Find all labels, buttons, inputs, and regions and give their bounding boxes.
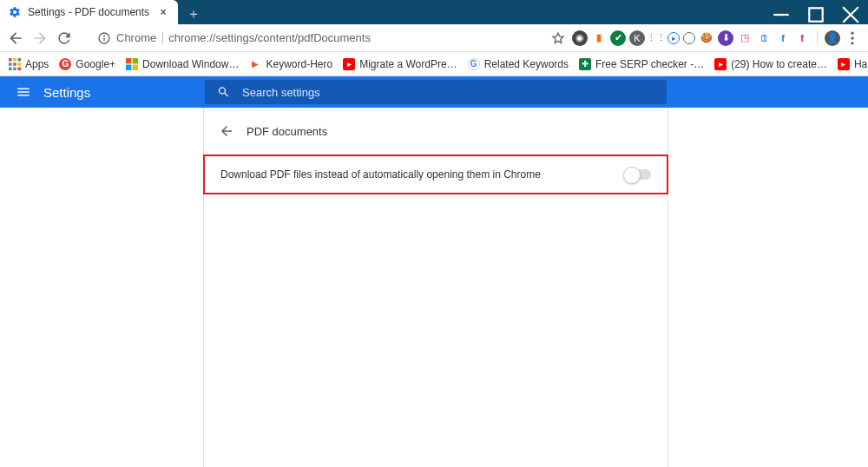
svg-rect-13 xyxy=(9,67,12,70)
omnibox[interactable]: Chrome chrome://settings/content/pdfDocu… xyxy=(97,28,565,49)
svg-rect-12 xyxy=(18,62,22,66)
bookmark-googleplus[interactable]: G Google+ xyxy=(59,58,115,70)
bookmark-label: Apps xyxy=(25,58,49,70)
pdf-download-toggle-row: Download PDF files instead of automatica… xyxy=(203,155,668,194)
settings-header: Settings xyxy=(0,76,868,108)
youtube-icon: ▸ xyxy=(343,58,355,70)
browser-menu-button[interactable] xyxy=(844,30,861,47)
ext-icon-12[interactable]: f xyxy=(775,30,791,46)
google-icon: G xyxy=(468,58,480,70)
svg-rect-17 xyxy=(133,58,138,63)
search-icon xyxy=(217,85,230,99)
settings-search[interactable] xyxy=(205,80,667,104)
svg-rect-14 xyxy=(13,67,16,70)
svg-rect-9 xyxy=(18,58,22,62)
svg-point-2 xyxy=(103,35,105,36)
bookmark-label: (29) How to create… xyxy=(731,58,827,70)
svg-rect-0 xyxy=(809,8,822,21)
pdf-download-toggle-label: Download PDF files instead of automatica… xyxy=(220,168,541,181)
url-text: chrome://settings/content/pdfDocuments xyxy=(168,31,371,44)
bookmark-label: Download Window… xyxy=(142,58,239,70)
section-title: PDF documents xyxy=(247,125,327,138)
ext-icon-6[interactable]: ▸ xyxy=(667,32,680,44)
ext-icon-5[interactable]: ⋮⋮ xyxy=(648,30,664,46)
svg-rect-10 xyxy=(9,62,12,66)
youtube-icon: ▸ xyxy=(714,58,727,70)
keyword-hero-icon: ▶ xyxy=(249,58,261,70)
forward-button[interactable] xyxy=(31,30,49,47)
ext-icon-7[interactable] xyxy=(683,32,695,44)
bookmark-apps[interactable]: Apps xyxy=(9,58,49,70)
apps-icon xyxy=(9,58,21,70)
bookmarks-bar: Apps G Google+ Download Window… ▶ Keywor… xyxy=(0,52,868,76)
section-header: PDF documents xyxy=(203,108,668,155)
section-back-button[interactable] xyxy=(219,123,234,139)
settings-search-input[interactable] xyxy=(242,86,654,99)
bookmark-label: Google+ xyxy=(76,58,115,70)
ms-icon xyxy=(126,58,138,70)
svg-rect-3 xyxy=(103,37,104,41)
reload-button[interactable] xyxy=(56,30,73,47)
maximize-button[interactable] xyxy=(799,5,833,24)
title-bar: Settings - PDF documents × ＋ xyxy=(0,0,868,24)
tab-close-button[interactable]: × xyxy=(157,6,169,18)
bookmark-how-to-create[interactable]: ▸ (29) How to create… xyxy=(714,58,827,70)
window-controls xyxy=(764,5,868,24)
ext-icon-10[interactable]: ◳ xyxy=(737,30,753,46)
settings-title: Settings xyxy=(43,85,90,100)
pdf-download-toggle[interactable] xyxy=(625,169,651,180)
svg-rect-16 xyxy=(126,58,131,63)
serp-icon: ✚ xyxy=(579,58,591,70)
ext-icon-13[interactable]: f xyxy=(794,30,810,46)
browser-tab[interactable]: Settings - PDF documents × xyxy=(0,0,178,24)
svg-rect-15 xyxy=(18,67,22,70)
gear-icon xyxy=(9,6,21,18)
ext-icon-4[interactable]: K xyxy=(629,30,645,46)
menu-button[interactable] xyxy=(16,84,31,100)
google-plus-icon: G xyxy=(59,58,71,70)
tab-title: Settings - PDF documents xyxy=(28,6,150,18)
bookmark-label: Free SERP checker -… xyxy=(595,58,704,70)
bookmark-label: Hang Ups (Want Yo… xyxy=(854,58,868,70)
svg-point-5 xyxy=(851,36,853,39)
ext-icon-9[interactable]: ⬇ xyxy=(718,30,733,46)
bookmark-label: Migrate a WordPre… xyxy=(359,58,457,70)
bookmark-migrate-wp[interactable]: ▸ Migrate a WordPre… xyxy=(343,58,457,70)
ext-icon-3[interactable]: ✔ xyxy=(610,30,626,46)
bookmark-keyword-hero[interactable]: ▶ Keyword-Hero xyxy=(249,58,332,70)
ext-icon-8[interactable]: 🍪 xyxy=(699,30,714,46)
site-chip: Chrome xyxy=(116,31,163,44)
bookmark-related-keywords[interactable]: G Related Keywords xyxy=(468,58,569,70)
bookmark-label: Keyword-Hero xyxy=(266,58,332,70)
back-button[interactable] xyxy=(7,30,24,47)
svg-rect-19 xyxy=(133,64,138,69)
svg-point-4 xyxy=(851,31,853,34)
settings-card: PDF documents Download PDF files instead… xyxy=(203,108,668,194)
bookmark-hang-ups[interactable]: ▸ Hang Ups (Want Yo… xyxy=(838,58,868,70)
bookmark-star-icon[interactable] xyxy=(551,31,565,45)
bookmark-label: Related Keywords xyxy=(484,58,569,70)
youtube-icon: ▸ xyxy=(838,58,850,70)
ext-icon-1[interactable]: ◉ xyxy=(572,30,588,46)
svg-rect-7 xyxy=(9,58,12,62)
svg-rect-8 xyxy=(13,58,16,62)
svg-point-6 xyxy=(851,42,853,44)
extension-icons: ◉ ▮ ✔ K ⋮⋮ ▸ 🍪 ⬇ ◳ 🗓 f f 👤 xyxy=(572,30,861,47)
minimize-button[interactable] xyxy=(764,5,799,24)
close-button[interactable] xyxy=(833,5,868,24)
site-info-icon[interactable] xyxy=(97,31,111,45)
ext-icon-11[interactable]: 🗓 xyxy=(756,30,772,46)
avatar[interactable]: 👤 xyxy=(825,30,840,46)
new-tab-button[interactable]: ＋ xyxy=(183,3,204,24)
settings-canvas: PDF documents Download PDF files instead… xyxy=(0,108,868,467)
browser-toolbar: Chrome chrome://settings/content/pdfDocu… xyxy=(0,24,868,52)
bookmark-download-windows[interactable]: Download Window… xyxy=(126,58,239,70)
svg-rect-18 xyxy=(126,64,131,69)
bookmark-serp-checker[interactable]: ✚ Free SERP checker -… xyxy=(579,58,704,70)
ext-icon-2[interactable]: ▮ xyxy=(591,30,607,46)
svg-rect-11 xyxy=(13,62,16,66)
